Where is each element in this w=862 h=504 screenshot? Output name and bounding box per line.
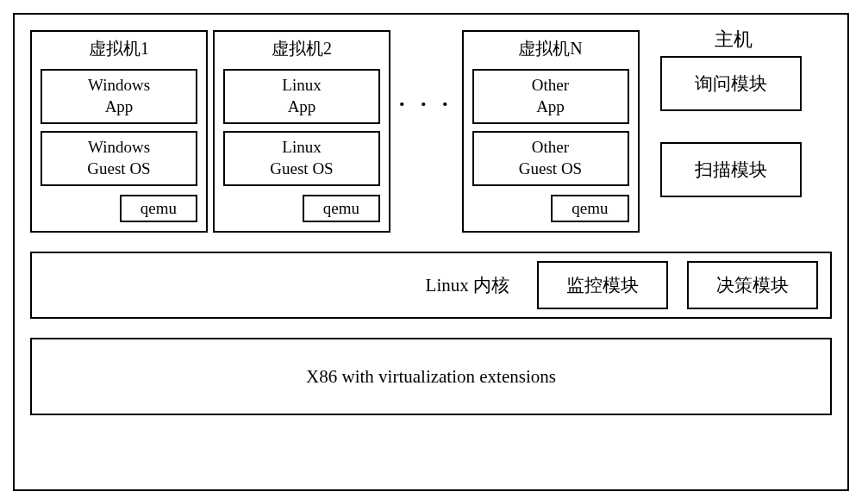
vm-app-label: WindowsApp — [88, 75, 150, 117]
vm-app-label: LinuxApp — [282, 75, 321, 117]
vm-guest-box: WindowsGuest OS — [41, 131, 197, 186]
host-title: 主机 — [715, 27, 753, 53]
vm-guest-label: WindowsGuest OS — [87, 137, 150, 179]
vm-box-2: 虚拟机2 LinuxApp LinuxGuest OS qemu — [213, 30, 390, 233]
ellipsis-label: . . . — [396, 30, 457, 168]
vm-box-n: 虚拟机N OtherApp OtherGuest OS qemu — [462, 30, 640, 233]
vm-app-box: WindowsApp — [41, 69, 197, 124]
vm-title: 虚拟机2 — [223, 37, 380, 60]
decision-module-box: 决策模块 — [687, 261, 818, 309]
kernel-label: Linux 内核 — [426, 273, 509, 297]
vm-guest-label: OtherGuest OS — [519, 137, 582, 179]
qemu-row: qemu — [472, 195, 629, 222]
vm-guest-label: LinuxGuest OS — [270, 137, 333, 179]
host-modules-column: 询问模块 扫描模块 — [660, 56, 802, 197]
vm-guest-box: LinuxGuest OS — [223, 131, 380, 186]
vm-app-label: OtherApp — [532, 75, 569, 117]
hardware-row: X86 with virtualization extensions — [30, 338, 832, 415]
vm-app-box: OtherApp — [472, 69, 629, 124]
vm-title: 虚拟机1 — [41, 37, 197, 60]
hardware-label: X86 with virtualization extensions — [306, 366, 556, 388]
vm-box-1: 虚拟机1 WindowsApp WindowsGuest OS qemu — [30, 30, 208, 233]
vm-row: 虚拟机1 WindowsApp WindowsGuest OS qemu 虚拟机… — [30, 30, 832, 233]
qemu-row: qemu — [223, 195, 380, 222]
monitor-module-box: 监控模块 — [537, 261, 668, 309]
host-container: 主机 虚拟机1 WindowsApp WindowsGuest OS qemu … — [13, 13, 849, 491]
qemu-box: qemu — [551, 195, 628, 222]
query-module-box: 询问模块 — [660, 56, 802, 111]
qemu-row: qemu — [41, 195, 197, 222]
vm-title: 虚拟机N — [472, 37, 629, 60]
vm-app-box: LinuxApp — [223, 69, 380, 124]
scan-module-box: 扫描模块 — [660, 142, 802, 197]
qemu-box: qemu — [120, 195, 197, 222]
qemu-box: qemu — [303, 195, 380, 222]
kernel-row: Linux 内核 监控模块 决策模块 — [30, 252, 832, 319]
vm-guest-box: OtherGuest OS — [472, 131, 629, 186]
